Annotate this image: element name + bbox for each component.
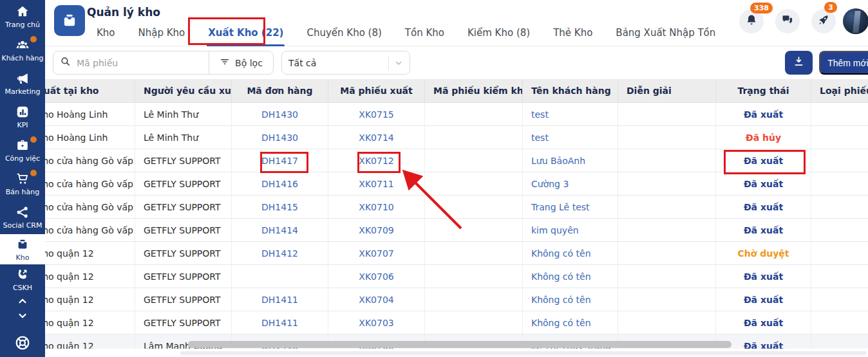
cell-nguoi: GETFLY SUPPORT (135, 149, 232, 172)
cell-khach[interactable]: test (523, 126, 618, 149)
search-box[interactable] (53, 51, 209, 74)
table-row[interactable]: Kho quận 12GETFLY SUPPORTDH1411XK0704Khô… (45, 288, 868, 311)
sidebar-item-social-crm[interactable]: Social CRM (0, 201, 45, 234)
horizontal-scrollbar[interactable] (188, 341, 731, 348)
cell-phieu[interactable]: XK0710 (328, 196, 425, 218)
table-row[interactable]: Kho cửa hàng Gò vấpGETFLY SUPPORTDH1417X… (45, 149, 868, 172)
tab-kho[interactable]: Kho (95, 26, 117, 46)
tab-ton-kho[interactable]: Tồn Kho (404, 26, 446, 46)
cell-don[interactable]: DH1414 (232, 219, 328, 241)
cell-trang: Đã xuất (716, 103, 811, 125)
help-button[interactable] (14, 334, 31, 354)
cell-nguoi: GETFLY SUPPORT (135, 196, 232, 218)
cell-khach[interactable]: test (523, 103, 618, 125)
cell-kho: Kho quận 12 (45, 311, 135, 334)
cell-khach[interactable]: Không có tên (523, 242, 618, 264)
cell-loai (811, 288, 868, 311)
cell-trang: Đã xuất (716, 149, 811, 172)
sidebar-item-kpi[interactable]: KPI (0, 100, 45, 134)
sidebar-item-trang-chu[interactable]: Trang chủ (0, 0, 45, 33)
sidebar-collapse-up[interactable] (0, 295, 45, 309)
tab-xuat-kho[interactable]: Xuất Kho (22) (207, 26, 285, 46)
table-row[interactable]: Kho quận 12GETFLY SUPPORTDH1411XK0703Khô… (45, 311, 868, 334)
cell-nguoi: GETFLY SUPPORT (135, 288, 232, 311)
column-header-nguoi: Người yêu cầu xuất (135, 79, 232, 102)
cell-nguoi: GETFLY SUPPORT (135, 242, 232, 264)
cell-trang: Đã xuất (716, 288, 811, 311)
cell-phieu[interactable]: XK0711 (328, 172, 425, 195)
sidebar-item-marketing[interactable]: Marketing (0, 67, 45, 100)
column-header-kho: Xuất tại kho (45, 79, 135, 102)
cell-don[interactable]: DH1411 (232, 288, 328, 311)
cell-don[interactable]: DH1417 (232, 149, 328, 172)
table-row[interactable]: Kho cửa hàng Gò vấpGETFLY SUPPORTDH1415X… (45, 196, 868, 219)
cell-trang: Đã xuất (716, 311, 811, 334)
cell-kho: Kho Hoàng Linh (45, 103, 135, 125)
scrollbar-track (180, 351, 867, 355)
sidebar-item-kho[interactable]: Kho (0, 234, 45, 264)
cell-don[interactable]: DH1416 (232, 172, 328, 195)
search-filter-group: Bộ lọc (53, 51, 274, 75)
cell-don[interactable]: DH1411 (232, 311, 328, 334)
sidebar-item-cong-viec[interactable]: Công việc (0, 134, 45, 167)
cell-loai (811, 196, 868, 218)
sidebar-collapse-down[interactable] (0, 309, 45, 324)
table-row[interactable]: Kho Hoàng LinhLê Minh ThưDH1430XK0715tes… (45, 103, 868, 126)
cell-don[interactable]: DH1415 (232, 196, 328, 218)
tab-nhap-kho[interactable]: Nhập Kho (137, 26, 187, 46)
table-row[interactable]: Kho quận 12GETFLY SUPPORTDH1412XK0707Khô… (45, 242, 868, 265)
add-new-button[interactable]: Thêm mới (819, 51, 868, 75)
column-header-trang: Trạng thái (716, 79, 811, 102)
cell-phieu[interactable]: XK0715 (328, 103, 425, 125)
table-row[interactable]: Kho cửa hàng Gò vấpGETFLY SUPPORTDH1414X… (45, 219, 868, 242)
cell-kho: Kho quận 12 (45, 288, 135, 311)
table-row[interactable]: Kho Hoàng LinhLê Minh ThưDH1430XK0714tes… (45, 126, 868, 149)
cell-phieu[interactable]: XK0714 (328, 126, 425, 149)
cell-kiem (425, 219, 523, 241)
tab-bang-xuat-nhap-ton[interactable]: Bảng Xuất Nhập Tồn (614, 26, 717, 46)
cell-kho: Kho cửa hàng Gò vấp (45, 219, 135, 241)
chevron-down-icon (388, 56, 403, 70)
cell-khach[interactable]: Không có tên (523, 288, 618, 311)
sidebar-item-ban-hang[interactable]: Bán hàng (0, 167, 45, 201)
cell-loai (811, 172, 868, 195)
cell-khach[interactable]: Cường 3 (523, 172, 618, 195)
chat-button[interactable] (775, 9, 800, 33)
cell-phieu[interactable]: XK0709 (328, 219, 425, 241)
cell-phieu[interactable]: XK0703 (328, 311, 425, 334)
cell-don[interactable]: DH1430 (232, 126, 328, 149)
user-avatar[interactable] (843, 8, 868, 34)
cell-phieu[interactable]: XK0712 (328, 149, 425, 172)
cell-khach[interactable]: Không có tên (523, 311, 618, 334)
cell-khach[interactable]: Lưu BảoAnh (523, 149, 618, 172)
search-input[interactable] (77, 58, 202, 68)
filter-button[interactable]: Bộ lọc (209, 51, 273, 74)
briefcase-icon (15, 138, 30, 152)
cell-don[interactable]: DH1430 (232, 103, 328, 125)
cell-trang: Đã hủy (716, 126, 811, 149)
cell-kiem (425, 103, 523, 125)
download-button[interactable] (785, 51, 813, 75)
sidebar-item-khach-hang[interactable]: Khách hàng (0, 33, 45, 67)
tab-chuyen-kho[interactable]: Chuyển Kho (8) (305, 26, 382, 46)
download-icon (793, 55, 805, 70)
cell-dien (618, 265, 716, 288)
cell-phieu[interactable]: XK0704 (328, 288, 425, 311)
search-icon (60, 56, 71, 69)
cell-loai (811, 103, 868, 125)
status-select[interactable]: Tất cả (281, 51, 410, 75)
tab-the-kho[interactable]: Thẻ Kho (552, 26, 594, 46)
rocket-badge: 3 (824, 2, 837, 13)
cell-khach[interactable]: Không có tên (523, 265, 618, 288)
cell-phieu[interactable]: XK0707 (328, 242, 425, 264)
cell-kiem (425, 126, 523, 149)
cell-khach[interactable]: kim quyên (523, 219, 618, 241)
cell-kho: Kho Hoàng Linh (45, 126, 135, 149)
sidebar-item-cskh[interactable]: CSKH (0, 264, 45, 295)
cell-khach[interactable]: Trang Lê test (523, 196, 618, 218)
cell-phieu[interactable]: XK0706 (328, 265, 425, 288)
table-row[interactable]: Kho cửa hàng Gò vấpGETFLY SUPPORTDH1416X… (45, 172, 868, 196)
table-row[interactable]: Kho quận 12GETFLY SUPPORTXK0706Không có … (45, 265, 868, 288)
tab-kiem-kho[interactable]: Kiểm Kho (8) (466, 26, 531, 46)
cell-don[interactable]: DH1412 (232, 242, 328, 264)
